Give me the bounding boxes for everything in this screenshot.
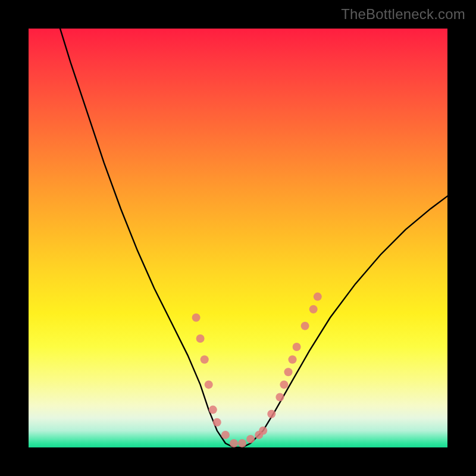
curve-marker — [267, 410, 275, 418]
curve-marker — [192, 314, 201, 322]
curve-marker — [205, 380, 213, 389]
curve-marker — [221, 431, 230, 439]
curve-marker — [238, 439, 246, 447]
curve-markers — [192, 293, 322, 447]
curve-marker — [246, 435, 255, 443]
curve-marker — [293, 343, 301, 351]
curve-marker — [255, 431, 263, 439]
stage: TheBottleneck.com — [0, 0, 476, 476]
curve-marker — [309, 305, 318, 314]
curve-marker — [314, 293, 322, 301]
curve-marker — [196, 334, 205, 343]
curve-marker — [275, 393, 284, 402]
curve-marker — [201, 355, 209, 364]
curve-marker — [213, 418, 221, 427]
plot-area — [29, 29, 447, 447]
curve-marker — [230, 439, 238, 447]
curve-marker — [280, 380, 288, 389]
curve-marker — [301, 322, 309, 330]
curve-marker — [289, 355, 297, 364]
curve-marker — [284, 368, 293, 376]
curve-marker — [259, 427, 267, 435]
curve-marker — [209, 406, 217, 414]
watermark-text: TheBottleneck.com — [341, 6, 465, 23]
bottleneck-curve — [54, 29, 447, 447]
chart-svg — [29, 29, 447, 447]
